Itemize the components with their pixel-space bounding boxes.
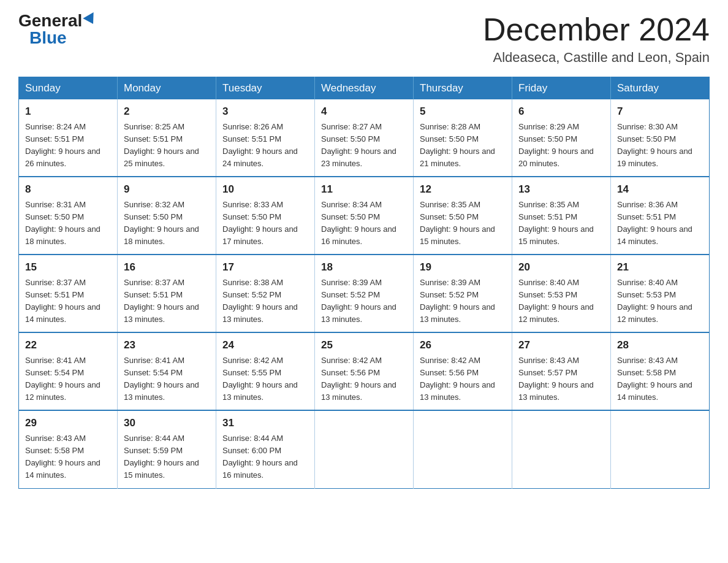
calendar-cell [611, 410, 710, 488]
calendar-cell: 8Sunrise: 8:31 AMSunset: 5:50 PMDaylight… [19, 177, 118, 255]
calendar-cell: 16Sunrise: 8:37 AMSunset: 5:51 PMDayligh… [118, 255, 216, 332]
calendar-cell: 7Sunrise: 8:30 AMSunset: 5:50 PMDaylight… [611, 99, 710, 177]
day-number: 22 [25, 337, 111, 353]
calendar-table: SundayMondayTuesdayWednesdayThursdayFrid… [18, 77, 710, 488]
day-number: 28 [617, 337, 703, 353]
day-info: Sunrise: 8:25 AMSunset: 5:51 PMDaylight:… [124, 121, 210, 170]
day-info: Sunrise: 8:44 AMSunset: 6:00 PMDaylight:… [222, 432, 308, 482]
day-info: Sunrise: 8:41 AMSunset: 5:54 PMDaylight:… [124, 354, 210, 404]
day-number: 7 [617, 104, 703, 120]
day-info: Sunrise: 8:26 AMSunset: 5:51 PMDaylight:… [222, 121, 308, 170]
day-number: 3 [222, 104, 308, 120]
calendar-week-row: 1Sunrise: 8:24 AMSunset: 5:51 PMDaylight… [19, 99, 710, 177]
header-thursday: Thursday [414, 77, 512, 100]
day-number: 14 [617, 182, 703, 197]
logo-blue-text: Blue [29, 29, 67, 47]
calendar-header-row: SundayMondayTuesdayWednesdayThursdayFrid… [19, 77, 710, 100]
calendar-cell: 30Sunrise: 8:44 AMSunset: 5:59 PMDayligh… [118, 410, 216, 488]
calendar-cell: 29Sunrise: 8:43 AMSunset: 5:58 PMDayligh… [19, 410, 118, 488]
calendar-cell: 17Sunrise: 8:38 AMSunset: 5:52 PMDayligh… [216, 255, 315, 332]
day-number: 30 [124, 415, 210, 431]
day-info: Sunrise: 8:40 AMSunset: 5:53 PMDaylight:… [617, 277, 703, 326]
day-number: 9 [124, 182, 210, 197]
day-info: Sunrise: 8:37 AMSunset: 5:51 PMDaylight:… [25, 277, 111, 326]
day-number: 4 [321, 104, 407, 120]
calendar-cell: 12Sunrise: 8:35 AMSunset: 5:50 PMDayligh… [414, 177, 512, 255]
logo-triangle-icon [83, 12, 99, 27]
calendar-week-row: 8Sunrise: 8:31 AMSunset: 5:50 PMDaylight… [19, 177, 710, 255]
day-info: Sunrise: 8:38 AMSunset: 5:52 PMDaylight:… [222, 277, 308, 326]
day-number: 17 [222, 259, 308, 275]
day-info: Sunrise: 8:28 AMSunset: 5:50 PMDaylight:… [420, 121, 506, 170]
calendar-cell: 19Sunrise: 8:39 AMSunset: 5:52 PMDayligh… [414, 255, 512, 332]
calendar-cell: 14Sunrise: 8:36 AMSunset: 5:51 PMDayligh… [611, 177, 710, 255]
calendar-cell: 27Sunrise: 8:43 AMSunset: 5:57 PMDayligh… [512, 332, 611, 410]
calendar-cell: 11Sunrise: 8:34 AMSunset: 5:50 PMDayligh… [315, 177, 414, 255]
calendar-cell: 18Sunrise: 8:39 AMSunset: 5:52 PMDayligh… [315, 255, 414, 332]
calendar-week-row: 15Sunrise: 8:37 AMSunset: 5:51 PMDayligh… [19, 255, 710, 332]
day-info: Sunrise: 8:42 AMSunset: 5:56 PMDaylight:… [321, 354, 407, 404]
day-info: Sunrise: 8:24 AMSunset: 5:51 PMDaylight:… [25, 121, 111, 170]
header-wednesday: Wednesday [315, 77, 414, 100]
day-number: 19 [420, 259, 506, 275]
calendar-cell: 3Sunrise: 8:26 AMSunset: 5:51 PMDaylight… [216, 99, 315, 177]
page-header: General Blue December 2024 Aldeaseca, Ca… [18, 12, 710, 66]
day-number: 11 [321, 182, 407, 197]
calendar-cell: 10Sunrise: 8:33 AMSunset: 5:50 PMDayligh… [216, 177, 315, 255]
day-number: 6 [518, 104, 604, 120]
header-monday: Monday [118, 77, 216, 100]
day-info: Sunrise: 8:43 AMSunset: 5:58 PMDaylight:… [25, 432, 111, 482]
header-friday: Friday [512, 77, 611, 100]
month-title: December 2024 [483, 12, 710, 47]
calendar-cell: 22Sunrise: 8:41 AMSunset: 5:54 PMDayligh… [19, 332, 118, 410]
header-tuesday: Tuesday [216, 77, 315, 100]
calendar-cell: 13Sunrise: 8:35 AMSunset: 5:51 PMDayligh… [512, 177, 611, 255]
calendar-cell: 23Sunrise: 8:41 AMSunset: 5:54 PMDayligh… [118, 332, 216, 410]
day-number: 24 [222, 337, 308, 353]
day-number: 13 [518, 182, 604, 197]
day-number: 31 [222, 415, 308, 431]
calendar-cell: 26Sunrise: 8:42 AMSunset: 5:56 PMDayligh… [414, 332, 512, 410]
title-section: December 2024 Aldeaseca, Castille and Le… [483, 12, 710, 66]
day-number: 26 [420, 337, 506, 353]
day-number: 16 [124, 259, 210, 275]
location-title: Aldeaseca, Castille and Leon, Spain [483, 50, 710, 66]
header-saturday: Saturday [611, 77, 710, 100]
calendar-cell: 4Sunrise: 8:27 AMSunset: 5:50 PMDaylight… [315, 99, 414, 177]
day-info: Sunrise: 8:40 AMSunset: 5:53 PMDaylight:… [518, 277, 604, 326]
day-info: Sunrise: 8:41 AMSunset: 5:54 PMDaylight:… [25, 354, 111, 404]
calendar-cell [315, 410, 414, 488]
day-number: 12 [420, 182, 506, 197]
calendar-cell: 9Sunrise: 8:32 AMSunset: 5:50 PMDaylight… [118, 177, 216, 255]
day-info: Sunrise: 8:37 AMSunset: 5:51 PMDaylight:… [124, 277, 210, 326]
calendar-cell: 24Sunrise: 8:42 AMSunset: 5:55 PMDayligh… [216, 332, 315, 410]
day-number: 27 [518, 337, 604, 353]
calendar-cell: 15Sunrise: 8:37 AMSunset: 5:51 PMDayligh… [19, 255, 118, 332]
day-info: Sunrise: 8:39 AMSunset: 5:52 PMDaylight:… [321, 277, 407, 326]
day-number: 15 [25, 259, 111, 275]
day-number: 2 [124, 104, 210, 120]
day-number: 8 [25, 182, 111, 197]
day-info: Sunrise: 8:35 AMSunset: 5:50 PMDaylight:… [420, 199, 506, 248]
day-info: Sunrise: 8:43 AMSunset: 5:58 PMDaylight:… [617, 354, 703, 404]
day-info: Sunrise: 8:30 AMSunset: 5:50 PMDaylight:… [617, 121, 703, 170]
day-info: Sunrise: 8:29 AMSunset: 5:50 PMDaylight:… [518, 121, 604, 170]
day-number: 18 [321, 259, 407, 275]
calendar-cell: 31Sunrise: 8:44 AMSunset: 6:00 PMDayligh… [216, 410, 315, 488]
day-info: Sunrise: 8:27 AMSunset: 5:50 PMDaylight:… [321, 121, 407, 170]
calendar-cell: 2Sunrise: 8:25 AMSunset: 5:51 PMDaylight… [118, 99, 216, 177]
day-info: Sunrise: 8:42 AMSunset: 5:55 PMDaylight:… [222, 354, 308, 404]
calendar-cell: 28Sunrise: 8:43 AMSunset: 5:58 PMDayligh… [611, 332, 710, 410]
calendar-cell: 20Sunrise: 8:40 AMSunset: 5:53 PMDayligh… [512, 255, 611, 332]
day-info: Sunrise: 8:34 AMSunset: 5:50 PMDaylight:… [321, 199, 407, 248]
day-number: 25 [321, 337, 407, 353]
header-sunday: Sunday [19, 77, 118, 100]
day-info: Sunrise: 8:36 AMSunset: 5:51 PMDaylight:… [617, 199, 703, 248]
day-number: 21 [617, 259, 703, 275]
logo: General Blue [18, 12, 97, 47]
day-number: 23 [124, 337, 210, 353]
day-info: Sunrise: 8:35 AMSunset: 5:51 PMDaylight:… [518, 199, 604, 248]
calendar-cell: 25Sunrise: 8:42 AMSunset: 5:56 PMDayligh… [315, 332, 414, 410]
calendar-cell [414, 410, 512, 488]
calendar-cell: 21Sunrise: 8:40 AMSunset: 5:53 PMDayligh… [611, 255, 710, 332]
